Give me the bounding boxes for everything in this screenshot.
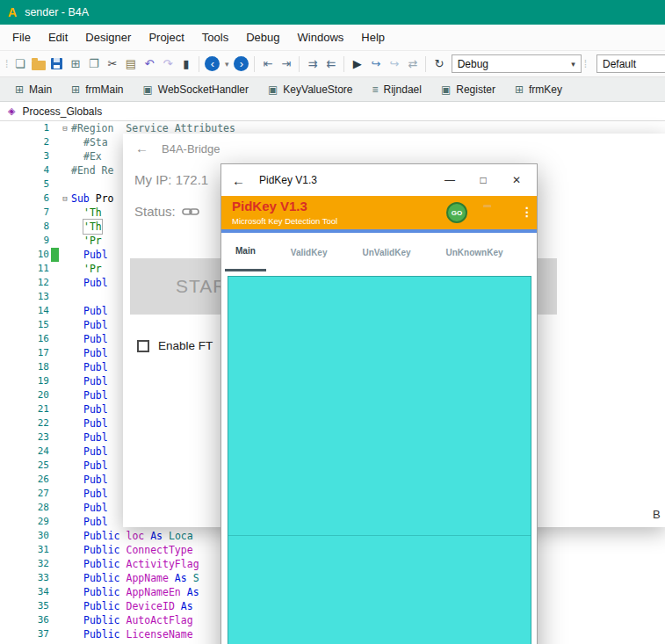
pidkey-tab-unvalidkey[interactable]: UnValidKey: [351, 233, 421, 271]
go-button[interactable]: GO: [446, 202, 467, 223]
line-number[interactable]: 25: [0, 459, 49, 473]
line-number[interactable]: 21: [0, 402, 49, 416]
compare-icon[interactable]: ⇄: [403, 54, 422, 74]
paste-icon[interactable]: ▤: [121, 54, 140, 74]
redo-icon[interactable]: ↷: [158, 54, 177, 74]
line-number[interactable]: 2: [0, 135, 49, 149]
undo-icon[interactable]: ↶: [140, 54, 158, 74]
line-number[interactable]: 30: [0, 529, 49, 543]
line-number[interactable]: 34: [0, 585, 49, 599]
comment-icon[interactable]: ⇉: [303, 54, 322, 74]
maximize-button[interactable]: □: [466, 164, 500, 196]
step-over-icon[interactable]: ↪: [385, 54, 403, 74]
layout-variant-select[interactable]: Default ▾: [596, 54, 665, 73]
designer-icon[interactable]: ⊞: [66, 54, 84, 74]
minimize-button[interactable]: —: [433, 164, 466, 196]
pidkey-tab-validkey[interactable]: ValidKey: [280, 233, 338, 271]
menu-help[interactable]: Help: [352, 31, 394, 44]
close-button[interactable]: ✕: [500, 164, 533, 196]
line-number[interactable]: 33: [0, 571, 49, 585]
line-number[interactable]: 35: [0, 599, 49, 613]
tab-websockethandler[interactable]: ▣WebSocketHandler: [133, 77, 258, 101]
rebuild-icon[interactable]: ↻: [430, 54, 448, 74]
line-number[interactable]: 36: [0, 613, 49, 627]
line-number[interactable]: 18: [0, 360, 49, 374]
code-text: #Sta: [83, 135, 108, 149]
line-number[interactable]: 20: [0, 388, 49, 402]
fold-toggle-icon[interactable]: ⊟: [59, 192, 71, 206]
fold-space: [59, 585, 71, 599]
back-arrow-icon[interactable]: ←: [232, 173, 245, 188]
tab-main[interactable]: ⊞Main: [5, 77, 61, 101]
line-number[interactable]: 1: [0, 121, 49, 135]
back-arrow-icon[interactable]: ←: [135, 141, 148, 156]
back-history-caret-icon[interactable]: ▾: [221, 54, 232, 74]
tab-keyvaluestore[interactable]: ▣KeyValueStore: [258, 77, 363, 101]
line-number[interactable]: 13: [0, 290, 49, 304]
module-module-icon: ▣: [441, 83, 451, 96]
gutter-space: [51, 543, 59, 557]
navigate-back-icon[interactable]: ‹: [203, 54, 221, 74]
line-number[interactable]: 14: [0, 304, 49, 318]
gutter-space: [51, 388, 59, 402]
cut-icon[interactable]: ✂: [103, 54, 121, 74]
toolbar-icons: ❏⊞❐✂▤↶↷▮‹▾›⇤⇥⇉⇇▶↪↪⇄↻: [11, 54, 448, 74]
resume-icon[interactable]: ↪: [366, 54, 385, 74]
line-number[interactable]: 32: [0, 557, 49, 571]
menu-file[interactable]: File: [4, 31, 40, 44]
line-number[interactable]: 24: [0, 445, 49, 459]
line-number[interactable]: 15: [0, 318, 49, 332]
indent-icon[interactable]: ⇥: [277, 54, 295, 74]
line-number[interactable]: 19: [0, 374, 49, 388]
line-number[interactable]: 11: [0, 262, 49, 276]
line-number[interactable]: 37: [0, 627, 49, 641]
line-number[interactable]: 26: [0, 473, 49, 487]
line-number[interactable]: 6: [0, 192, 49, 206]
tab-register[interactable]: ▣Register: [431, 77, 505, 101]
run-icon[interactable]: ▶: [348, 54, 366, 74]
bookmark-icon[interactable]: ▮: [177, 54, 195, 74]
line-number[interactable]: 29: [0, 515, 49, 529]
menu-debug[interactable]: Debug: [237, 31, 288, 44]
breadcrumb[interactable]: ◈ Process_Globals: [0, 102, 665, 121]
uncomment-icon[interactable]: ⇇: [322, 54, 340, 74]
line-number[interactable]: 12: [0, 276, 49, 290]
line-number[interactable]: 22: [0, 416, 49, 431]
line-number[interactable]: 28: [0, 501, 49, 515]
line-number[interactable]: 5: [0, 177, 49, 192]
build-configuration-value: Debug: [458, 58, 488, 70]
open-folder-icon[interactable]: [29, 54, 47, 74]
line-number[interactable]: 27: [0, 487, 49, 501]
line-number[interactable]: 4: [0, 163, 49, 177]
tab-rijndael[interactable]: ≡Rijndael: [363, 77, 431, 101]
key-output-textarea[interactable]: [228, 276, 531, 644]
menu-edit[interactable]: Edit: [40, 31, 76, 44]
outdent-icon[interactable]: ⇤: [258, 54, 277, 74]
pidkey-tab-unknownkey[interactable]: UnKnownKey: [436, 233, 514, 271]
overflow-menu-icon[interactable]: ⋮: [521, 205, 533, 219]
save-icon[interactable]: [47, 54, 66, 74]
build-configuration-select[interactable]: Debug ▾: [452, 54, 582, 73]
tab-frmkey[interactable]: ⊞frmKey: [505, 77, 572, 101]
ftp-checkbox[interactable]: [137, 340, 149, 352]
copy-icon[interactable]: ❐: [84, 54, 103, 74]
line-number[interactable]: 31: [0, 543, 49, 557]
menu-designer[interactable]: Designer: [76, 31, 140, 44]
menu-project[interactable]: Project: [140, 31, 192, 44]
line-number[interactable]: 23: [0, 431, 49, 445]
line-number[interactable]: 8: [0, 220, 49, 234]
line-number[interactable]: 9: [0, 234, 49, 248]
line-number[interactable]: 10: [0, 248, 49, 262]
tab-frmmain[interactable]: ⊞frmMain: [61, 77, 133, 101]
menu-windows[interactable]: Windows: [289, 31, 353, 44]
pidkey-tab-main[interactable]: Main: [225, 233, 266, 271]
line-number[interactable]: 7: [0, 206, 49, 220]
menu-tools[interactable]: Tools: [193, 31, 237, 44]
line-number[interactable]: 17: [0, 346, 49, 360]
fold-toggle-icon[interactable]: ⊟: [59, 121, 71, 135]
navigate-forward-icon[interactable]: ›: [232, 54, 250, 74]
line-number[interactable]: 16: [0, 332, 49, 346]
enable-ftp-row[interactable]: Enable FT: [137, 339, 213, 352]
new-file-icon[interactable]: ❏: [11, 54, 29, 74]
line-number[interactable]: 3: [0, 149, 49, 163]
